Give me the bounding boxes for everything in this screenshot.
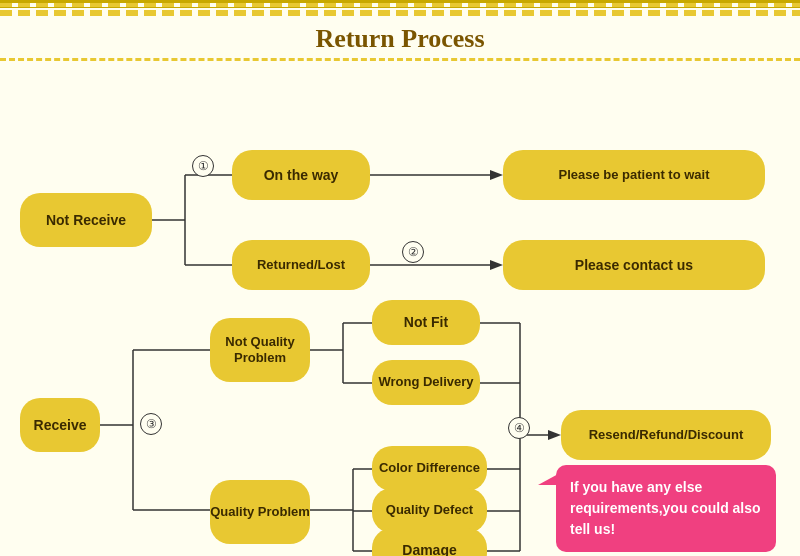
damage-node: Damage [372,528,487,556]
not-receive-node: Not Receive [20,193,152,247]
circle-1: ① [192,155,214,177]
returned-lost-node: Returned/Lost [232,240,370,290]
top-border [0,0,800,8]
resend-refund-node: Resend/Refund/Discount [561,410,771,460]
quality-problem-node: Quality Problem [210,480,310,544]
diagram: Not Receive On the way Returned/Lost Ple… [0,65,800,555]
on-the-way-node: On the way [232,150,370,200]
contact-us-node: Please contact us [503,240,765,290]
receive-node: Receive [20,398,100,452]
speech-bubble: If you have any else requirements,you co… [556,465,776,552]
not-quality-problem-node: Not Quality Problem [210,318,310,382]
color-difference-node: Color Difference [372,446,487,491]
wrong-delivery-node: Wrong Delivery [372,360,480,405]
title-area: Return Process [0,16,800,58]
circle-3: ③ [140,413,162,435]
svg-marker-28 [548,430,561,440]
page-title: Return Process [0,24,800,54]
dashed-separator [0,58,800,61]
circle-2: ② [402,241,424,263]
circle-4: ④ [508,417,530,439]
quality-defect-node: Quality Defect [372,488,487,533]
patient-wait-node: Please be patient to wait [503,150,765,200]
svg-marker-7 [490,260,503,270]
svg-marker-5 [490,170,503,180]
not-fit-node: Not Fit [372,300,480,345]
